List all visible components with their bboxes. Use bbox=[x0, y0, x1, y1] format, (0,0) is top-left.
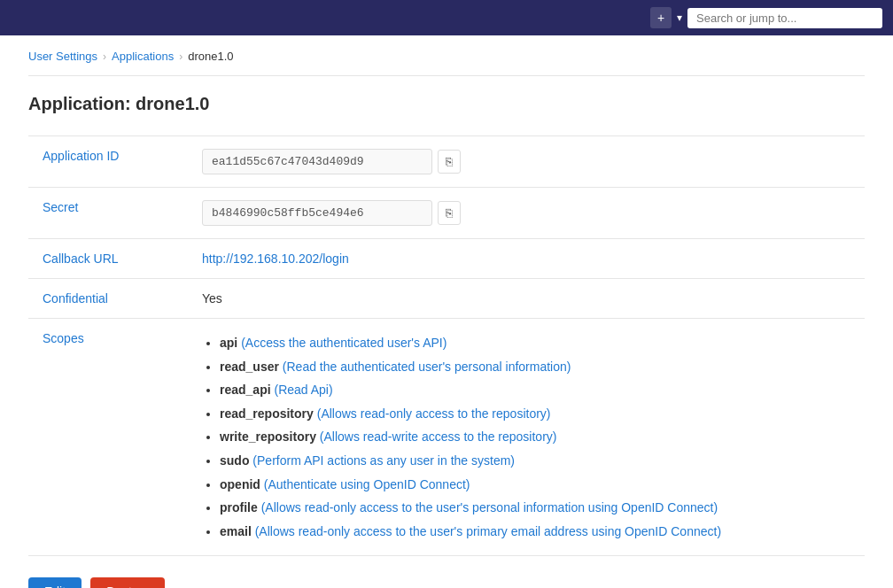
callback-url-row: Callback URL http://192.168.10.202/login bbox=[28, 239, 865, 279]
application-id-wrapper: ea11d55c67c47043d409d9 ⎘ bbox=[202, 149, 850, 174]
scope-name: email bbox=[220, 524, 252, 538]
scope-desc: (Authenticate using OpenID Connect) bbox=[264, 477, 470, 491]
scopes-list: api (Access the authenticated user's API… bbox=[202, 331, 850, 543]
confidential-label: Confidential bbox=[28, 279, 188, 319]
scope-desc: (Allows read-write access to the reposit… bbox=[320, 429, 557, 444]
detail-table: Application ID ea11d55c67c47043d409d9 ⎘ … bbox=[28, 135, 865, 556]
breadcrumb-sep-1: › bbox=[103, 50, 106, 63]
scopes-row: Scopes api (Access the authenticated use… bbox=[28, 319, 865, 556]
edit-button[interactable]: Edit bbox=[28, 577, 82, 588]
confidential-row: Confidential Yes bbox=[28, 279, 865, 319]
scope-desc: (Read the authenticated user's personal … bbox=[283, 360, 571, 374]
list-item: api (Access the authenticated user's API… bbox=[220, 331, 850, 355]
secret-label: Secret bbox=[28, 188, 188, 239]
page-title: Application: drone1.0 bbox=[28, 94, 865, 114]
breadcrumb-current: drone1.0 bbox=[188, 50, 233, 63]
application-id-value: ea11d55c67c47043d409d9 bbox=[202, 149, 432, 174]
chevron-down-icon[interactable]: ▾ bbox=[677, 12, 682, 24]
list-item: read_repository (Allows read-only access… bbox=[220, 402, 850, 426]
secret-value: b4846990c58ffb5ce494e6 bbox=[202, 200, 432, 226]
breadcrumb-user-settings[interactable]: User Settings bbox=[28, 50, 97, 63]
scope-name: read_api bbox=[220, 383, 271, 397]
scope-desc: (Allows read-only access to the user's p… bbox=[261, 500, 718, 514]
breadcrumb-sep-2: › bbox=[179, 50, 182, 63]
application-id-label: Application ID bbox=[28, 136, 188, 188]
search-input[interactable] bbox=[687, 8, 882, 28]
secret-row: Secret b4846990c58ffb5ce494e6 ⎘ bbox=[28, 188, 865, 239]
callback-url-link[interactable]: http://192.168.10.202/login bbox=[202, 251, 349, 266]
scopes-cell: api (Access the authenticated user's API… bbox=[188, 319, 865, 556]
scope-desc: (Allows read-only access to the user's p… bbox=[255, 524, 721, 538]
scope-name: api bbox=[220, 336, 237, 350]
list-item: openid (Authenticate using OpenID Connec… bbox=[220, 473, 850, 497]
copy-application-id-button[interactable]: ⎘ bbox=[438, 150, 461, 174]
list-item: read_api (Read Api) bbox=[220, 378, 850, 402]
list-item: email (Allows read-only access to the us… bbox=[220, 520, 850, 544]
scope-name: openid bbox=[220, 477, 260, 491]
scope-name: write_repository bbox=[220, 429, 316, 444]
breadcrumb-applications[interactable]: Applications bbox=[112, 50, 174, 63]
list-item: read_user (Read the authenticated user's… bbox=[220, 355, 850, 379]
secret-wrapper: b4846990c58ffb5ce494e6 ⎘ bbox=[202, 200, 850, 226]
scope-desc: (Read Api) bbox=[274, 383, 332, 397]
application-id-cell: ea11d55c67c47043d409d9 ⎘ bbox=[188, 136, 865, 188]
topbar: + ▾ bbox=[0, 0, 893, 35]
scope-desc: (Allows read-only access to the reposito… bbox=[317, 406, 551, 421]
list-item: write_repository (Allows read-write acce… bbox=[220, 425, 850, 449]
scope-name: profile bbox=[220, 500, 258, 514]
copy-secret-button[interactable]: ⎘ bbox=[438, 201, 461, 225]
application-id-row: Application ID ea11d55c67c47043d409d9 ⎘ bbox=[28, 136, 865, 188]
topbar-actions: + ▾ bbox=[650, 7, 882, 28]
list-item: sudo (Perform API actions as any user in… bbox=[220, 449, 850, 473]
destroy-button[interactable]: Destroy bbox=[90, 577, 165, 588]
list-item: profile (Allows read-only access to the … bbox=[220, 496, 850, 520]
confidential-value: Yes bbox=[188, 279, 865, 319]
secret-cell: b4846990c58ffb5ce494e6 ⎘ bbox=[188, 188, 865, 239]
main-content: User Settings › Applications › drone1.0 … bbox=[0, 35, 893, 588]
new-item-button[interactable]: + bbox=[650, 7, 672, 28]
scope-name: read_user bbox=[220, 360, 279, 374]
callback-url-label: Callback URL bbox=[28, 239, 188, 279]
scope-desc: (Access the authenticated user's API) bbox=[241, 336, 446, 350]
scope-desc: (Perform API actions as any user in the … bbox=[252, 453, 515, 468]
scope-name: sudo bbox=[220, 453, 249, 468]
action-buttons: Edit Destroy bbox=[28, 577, 865, 588]
breadcrumb: User Settings › Applications › drone1.0 bbox=[28, 50, 865, 76]
callback-url-cell: http://192.168.10.202/login bbox=[188, 239, 865, 279]
scopes-label: Scopes bbox=[28, 319, 188, 556]
scope-name: read_repository bbox=[220, 406, 314, 421]
